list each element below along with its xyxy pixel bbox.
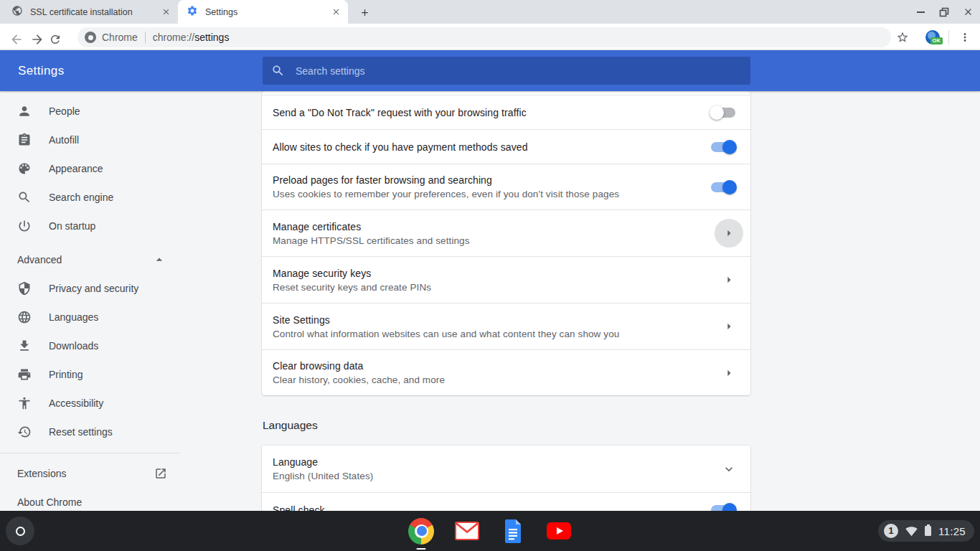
- sidebar-item-label: Appearance: [49, 163, 103, 174]
- settings-row-send-a-do-not-track-request-with-your-br[interactable]: Send a "Do Not Track" request with your …: [262, 95, 750, 129]
- open-in-new-icon: [154, 467, 167, 480]
- row-title: Clear browsing data: [273, 360, 715, 372]
- sidebar-item-autofill[interactable]: Autofill: [0, 126, 179, 154]
- wifi-icon: [905, 525, 918, 537]
- browser-menu-button[interactable]: [955, 27, 975, 47]
- active-app-indicator: [417, 548, 426, 550]
- privacy-card: Send a "Do Not Track" request with your …: [262, 91, 750, 395]
- tab-close-icon[interactable]: [329, 6, 342, 19]
- sidebar-item-label: Accessibility: [49, 397, 103, 409]
- row-subtitle: Manage HTTPS/SSL certificates and settin…: [273, 235, 715, 246]
- new-tab-button[interactable]: [356, 4, 373, 21]
- back-button[interactable]: [6, 29, 27, 50]
- expand-button[interactable]: [715, 455, 743, 484]
- chrome-app-icon[interactable]: [408, 518, 434, 544]
- sidebar-item-accessibility[interactable]: Accessibility: [0, 389, 179, 418]
- sidebar-item-downloads[interactable]: Downloads: [0, 331, 179, 360]
- download-icon: [17, 339, 32, 353]
- settings-search-box[interactable]: Search settings: [263, 57, 750, 85]
- about-chrome-label: About Chrome: [17, 496, 82, 508]
- youtube-logo-icon: [547, 522, 571, 540]
- sidebar-divider: [0, 453, 179, 453]
- profile-avatar[interactable]: OK: [925, 30, 940, 44]
- tab-close-icon[interactable]: [159, 6, 172, 19]
- bookmark-star-icon[interactable]: [892, 27, 913, 47]
- sidebar-item-privacy-and-security[interactable]: Privacy and security: [0, 274, 179, 303]
- sidebar-item-printing[interactable]: Printing: [0, 360, 179, 389]
- settings-row-language[interactable]: LanguageEnglish (United States): [262, 446, 750, 492]
- search-icon: [271, 64, 285, 77]
- sidebar-item-reset-settings[interactable]: Reset settings: [0, 418, 179, 446]
- subpage-arrow-button[interactable]: [715, 359, 743, 387]
- close-window-button[interactable]: [962, 6, 974, 18]
- youtube-app-icon[interactable]: [546, 518, 572, 544]
- status-tray[interactable]: 1 11:25: [878, 520, 974, 542]
- row-title: Preload pages for faster browsing and se…: [273, 174, 711, 186]
- row-subtitle: Control what information websites can us…: [273, 329, 715, 339]
- row-title: Allow sites to check if you have payment…: [273, 141, 711, 153]
- sidebar-item-people[interactable]: People: [0, 97, 179, 126]
- row-title: Manage certificates: [273, 221, 715, 232]
- omnibox-url-scheme: chrome://: [153, 32, 194, 43]
- gear-icon: [187, 5, 198, 19]
- sidebar-item-search-engine[interactable]: Search engine: [0, 183, 179, 212]
- omnibox[interactable]: Chrome chrome:// settings: [77, 27, 891, 47]
- page-title: Settings: [18, 50, 65, 91]
- sidebar-item-on-startup[interactable]: On startup: [0, 212, 179, 240]
- docs-app-icon[interactable]: [500, 518, 526, 544]
- sidebar-item-label: Languages: [49, 311, 98, 323]
- reload-button[interactable]: [45, 29, 65, 50]
- settings-row-allow-sites-to-check-if-you-have-payment[interactable]: Allow sites to check if you have payment…: [262, 129, 750, 164]
- section-header-languages: Languages: [263, 419, 750, 435]
- sidebar-item-label: On startup: [49, 220, 95, 232]
- person-icon: [17, 104, 32, 118]
- chromeos-screen: SSL certificate installation Settings Ch…: [0, 0, 980, 551]
- tab-title: SSL certificate installation: [30, 7, 159, 17]
- minimize-button[interactable]: [915, 6, 926, 18]
- avatar-ok-badge: OK: [930, 37, 943, 45]
- toggle-on[interactable]: [711, 142, 735, 152]
- gmail-app-icon[interactable]: [454, 518, 480, 544]
- battery-icon: [925, 526, 931, 536]
- toggle-on[interactable]: [711, 182, 735, 192]
- row-title: Manage security keys: [273, 268, 715, 279]
- forward-button[interactable]: [27, 29, 47, 50]
- sidebar-advanced-toggle[interactable]: Advanced: [0, 245, 179, 274]
- sidebar-item-extensions[interactable]: Extensions: [0, 459, 179, 488]
- chrome-site-icon: [85, 32, 96, 43]
- subpage-arrow-button[interactable]: [715, 312, 743, 341]
- settings-sidebar: PeopleAutofillAppearanceSearch engineOn …: [0, 91, 179, 517]
- settings-row-site-settings[interactable]: Site SettingsControl what information we…: [262, 303, 750, 349]
- browser-toolbar: Chrome chrome:// settings OK: [0, 24, 980, 50]
- subpage-arrow-button[interactable]: [715, 219, 743, 248]
- sidebar-item-languages[interactable]: Languages: [0, 303, 179, 331]
- toolbar-separator: [948, 30, 949, 44]
- settings-row-manage-security-keys[interactable]: Manage security keysReset security keys …: [262, 256, 750, 303]
- search-placeholder: Search settings: [296, 65, 365, 77]
- tab-ssl-certificate[interactable]: SSL certificate installation: [0, 0, 178, 24]
- palette-icon: [17, 161, 32, 176]
- settings-row-manage-certificates[interactable]: Manage certificatesManage HTTPS/SSL cert…: [262, 209, 750, 256]
- sidebar-item-label: Printing: [49, 369, 83, 380]
- settings-row-clear-browsing-data[interactable]: Clear browsing dataClear history, cookie…: [262, 349, 750, 395]
- sidebar-item-label: Autofill: [49, 134, 79, 146]
- accessibility-icon: [17, 396, 32, 410]
- sidebar-item-appearance[interactable]: Appearance: [0, 154, 179, 183]
- settings-header: Settings Search settings: [0, 50, 980, 91]
- settings-row-preload-pages-for-faster-browsing-and-se[interactable]: Preload pages for faster browsing and se…: [262, 164, 750, 209]
- sidebar-item-label: Reset settings: [49, 426, 113, 438]
- sidebar-item-label: Privacy and security: [49, 283, 138, 294]
- search-icon: [17, 190, 32, 204]
- row-subtitle: Reset security keys and create PINs: [273, 282, 715, 293]
- collapse-icon: [152, 253, 166, 267]
- sidebar-item-label: Downloads: [49, 340, 98, 352]
- tab-settings[interactable]: Settings: [178, 0, 348, 24]
- toggle-off[interactable]: [711, 108, 735, 118]
- row-title: Language: [273, 456, 715, 468]
- subpage-arrow-button[interactable]: [715, 265, 743, 294]
- row-subtitle: Clear history, cookies, cache, and more: [273, 375, 715, 385]
- tab-title: Settings: [205, 7, 329, 17]
- settings-main: Send a "Do Not Track" request with your …: [262, 91, 750, 527]
- shelf: 1 11:25: [0, 511, 980, 551]
- restore-button[interactable]: [938, 6, 950, 18]
